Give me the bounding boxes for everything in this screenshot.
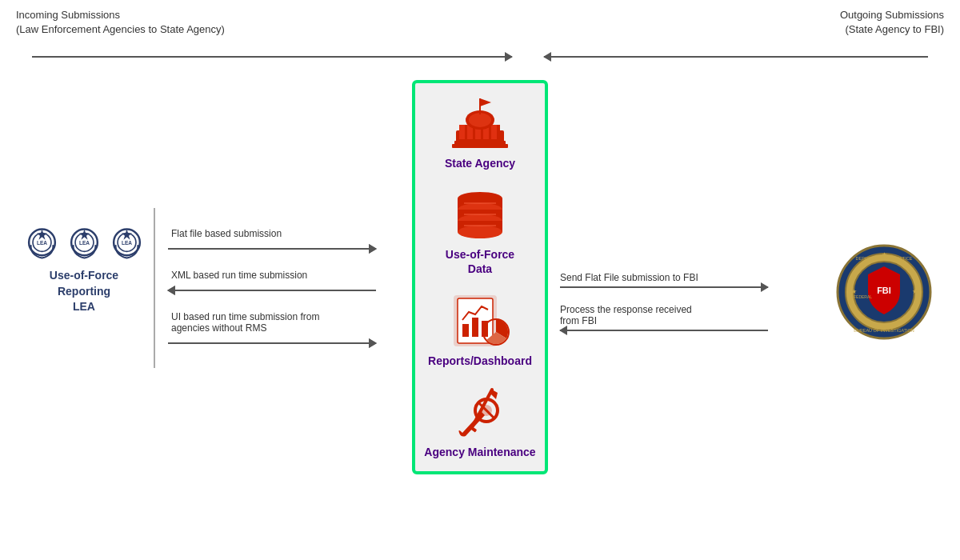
svg-rect-38 xyxy=(472,318,478,337)
incoming-title: Incoming Submissions xyxy=(16,8,225,22)
svg-text:FBI: FBI xyxy=(877,286,891,295)
incoming-subtitle: (Law Enforcement Agencies to State Agenc… xyxy=(16,22,225,37)
uof-data-icon xyxy=(448,186,512,242)
right-label-2: Process the response received from FBI xyxy=(560,304,784,326)
submission-arrow-1 xyxy=(168,242,376,255)
lea-icons: LEA LEA LEA xyxy=(24,224,145,260)
right-label-1: Send Flat File submission to FBI xyxy=(560,272,784,283)
outgoing-header: Outgoing Submissions (State Agency to FB… xyxy=(840,8,944,37)
svg-point-22 xyxy=(469,113,491,127)
incoming-arrow xyxy=(32,56,512,58)
fbi-section: FBI ★ ★ ★ ★ ★ ★ ★ ★ BUREAU OF INVESTIGAT… xyxy=(832,240,936,344)
panel-item-maintenance: Agency Maintenance xyxy=(423,384,537,459)
panel-item-reports: Reports/Dashboard xyxy=(423,293,537,368)
submission-item-1: Flat file based submission xyxy=(168,228,408,255)
submission-label-1: Flat file based submission xyxy=(168,228,408,239)
state-agency-label: State Agency xyxy=(445,156,515,170)
submission-arrow-3 xyxy=(168,337,376,350)
svg-text:LEA: LEA xyxy=(121,240,131,246)
outgoing-subtitle: (State Agency to FBI) xyxy=(840,22,944,37)
svg-point-31 xyxy=(458,226,502,238)
svg-text:★: ★ xyxy=(904,262,910,270)
submission-item-2: XML based run time submission xyxy=(168,270,408,297)
svg-rect-18 xyxy=(491,125,497,139)
fbi-seal: FBI ★ ★ ★ ★ ★ ★ ★ ★ BUREAU OF INVESTIGAT… xyxy=(836,244,932,340)
svg-text:FEDERAL: FEDERAL xyxy=(854,294,872,299)
reports-icon xyxy=(448,293,512,349)
panel-item-uof-data: Use-of-Force Data xyxy=(423,186,537,276)
lea-section: LEA LEA LEA Use-of-Force Reporting LEA xyxy=(24,224,144,315)
maintenance-icon xyxy=(448,384,512,440)
submissions-area: Flat file based submission XML based run… xyxy=(168,228,408,364)
outgoing-title: Outgoing Submissions xyxy=(840,8,944,22)
svg-text:BUREAU OF INVESTIGATION: BUREAU OF INVESTIGATION xyxy=(854,328,914,333)
badge-icon-1: LEA xyxy=(24,224,60,260)
panel-item-state-agency: State Agency xyxy=(423,95,537,170)
right-item-2: Process the response received from FBI xyxy=(560,304,784,331)
uof-data-label: Use-of-Force Data xyxy=(446,247,514,276)
svg-rect-37 xyxy=(462,324,469,337)
top-arrows-container xyxy=(16,48,944,64)
outgoing-arrow xyxy=(544,56,928,58)
svg-marker-24 xyxy=(480,98,491,106)
submission-label-2: XML based run time submission xyxy=(168,270,408,281)
svg-rect-14 xyxy=(459,125,465,139)
svg-rect-20 xyxy=(452,144,508,148)
state-agency-icon xyxy=(448,95,512,151)
badge-icon-3: LEA xyxy=(109,224,145,260)
right-arrows-area: Send Flat File submission to FBI Process… xyxy=(560,272,784,347)
divider-line xyxy=(154,208,155,368)
submission-item-3: UI based run time submission from agenci… xyxy=(168,311,408,350)
svg-text:★: ★ xyxy=(912,288,918,295)
badge-icon-2: LEA xyxy=(66,224,102,260)
svg-text:DEPARTMENT OF JUSTICE: DEPARTMENT OF JUSTICE xyxy=(856,256,913,261)
incoming-header: Incoming Submissions (Law Enforcement Ag… xyxy=(16,8,225,37)
svg-text:LEA: LEA xyxy=(36,240,46,246)
center-panel: State Agency Use-of-Force Data xyxy=(412,80,548,474)
right-item-1: Send Flat File submission to FBI xyxy=(560,272,784,288)
submission-arrow-2 xyxy=(168,284,376,297)
svg-text:LEA: LEA xyxy=(78,240,89,246)
maintenance-label: Agency Maintenance xyxy=(424,445,535,459)
lea-label: Use-of-Force Reporting LEA xyxy=(50,268,118,315)
reports-label: Reports/Dashboard xyxy=(428,354,532,368)
submission-label-3: UI based run time submission from agenci… xyxy=(168,311,408,334)
